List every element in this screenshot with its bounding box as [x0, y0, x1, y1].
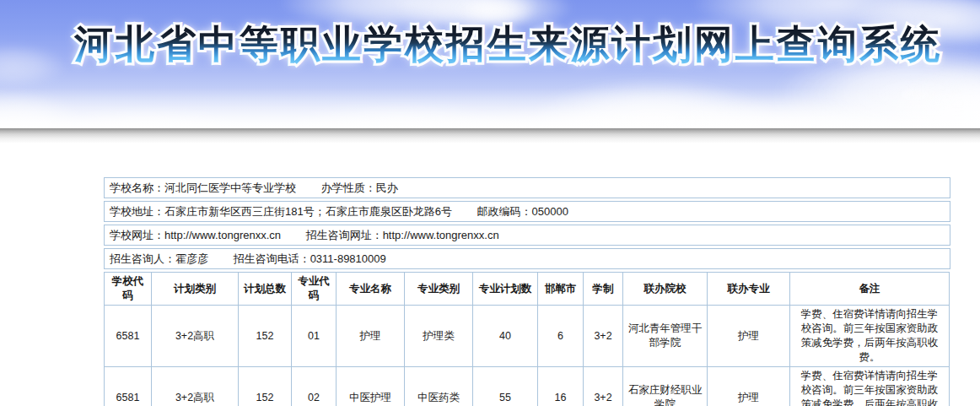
consult-website-label: 招生咨询网址：	[306, 229, 383, 241]
cell-major-category: 护理类	[405, 306, 473, 367]
cloud	[0, 44, 67, 88]
cell-partner-major: 护理	[708, 306, 790, 367]
school-nature-label: 办学性质：	[321, 181, 376, 194]
column-header-major-plan-count: 专业计划数	[473, 273, 538, 306]
cell-plan-total: 152	[239, 306, 292, 367]
school-address-pair: 学校地址：石家庄市新华区西三庄街181号；石家庄市鹿泉区卧龙路6号	[110, 205, 452, 218]
cell-partner-college: 石家庄财经职业学院	[623, 367, 708, 406]
school-address-row: 学校地址：石家庄市新华区西三庄街181号；石家庄市鹿泉区卧龙路6号 邮政编码：0…	[104, 201, 950, 222]
school-address-label: 学校地址：	[110, 205, 164, 218]
cell-remarks: 学费、住宿费详情请向招生学校咨询。前三年按国家资助政策减免学费，后两年按高职收费…	[790, 306, 950, 367]
school-name-value: 河北同仁医学中等专业学校	[164, 181, 296, 194]
postal-code-value: 050000	[532, 205, 568, 218]
postal-code-label: 邮政编码：	[477, 205, 532, 218]
cell-major-code: 02	[292, 367, 337, 406]
cell-plan-type: 3+2高职	[152, 367, 239, 406]
cell-major-category: 中医药类	[405, 367, 473, 406]
school-nature-pair: 办学性质：民办	[321, 181, 398, 194]
postal-code-pair: 邮政编码：050000	[477, 205, 568, 218]
cell-school-code: 6581	[105, 306, 152, 367]
consult-website-url: http://www.tongrenxx.cn	[383, 229, 499, 241]
page-title-text: 河北省中等职业学校招生来源计划网上查询系统	[74, 22, 942, 66]
column-header-partner-college: 联办院校	[623, 273, 708, 306]
school-website-pair: 学校网址：http://www.tongrenxx.cn	[110, 229, 281, 241]
column-header-handan-city: 邯郸市	[538, 273, 584, 306]
cell-handan-city: 16	[538, 367, 584, 406]
table-row: 6581 3+2高职 152 01 护理 护理类 40 6 3+2 河北青年管理…	[105, 306, 950, 367]
school-name-row: 学校名称：河北同仁医学中等专业学校 办学性质：民办	[104, 177, 950, 198]
cell-major-plan-count: 40	[473, 306, 538, 367]
content-area: 学校名称：河北同仁医学中等专业学校 办学性质：民办 学校地址：石家庄市新华区西三…	[104, 177, 952, 406]
cell-schooling-length: 3+2	[584, 367, 623, 406]
consult-phone-value: 0311-89810009	[310, 252, 386, 265]
school-website-row: 学校网址：http://www.tongrenxx.cn 招生咨询网址：http…	[104, 225, 950, 246]
consult-phone-label: 招生咨询电话：	[234, 252, 310, 265]
table-row: 6581 3+2高职 152 02 中医护理 中医药类 55 16 3+2 石家…	[105, 367, 950, 406]
cell-major-code: 01	[292, 306, 337, 367]
column-header-plan-total: 计划总数	[239, 273, 292, 306]
school-name-pair: 学校名称：河北同仁医学中等专业学校	[110, 181, 296, 194]
consultant-row: 招生咨询人：霍彦彦 招生咨询电话：0311-89810009	[104, 248, 950, 269]
column-header-major-category: 专业类别	[405, 273, 473, 306]
school-nature-value: 民办	[376, 181, 398, 194]
column-header-major-code: 专业代码	[292, 273, 337, 306]
column-header-schooling-length: 学制	[584, 273, 623, 306]
enrollment-plan-table: 学校代码 计划类别 计划总数 专业代码 专业名称 专业类别 专业计划数 邯郸市 …	[104, 272, 950, 406]
cell-partner-major: 护理	[708, 367, 790, 406]
page-header-banner: 河北省中等职业学校招生来源计划网上查询系统 河北省中等职业学校招生来源计划网上查…	[0, 0, 980, 128]
column-header-major-name: 专业名称	[337, 273, 405, 306]
consultant-label: 招生咨询人：	[110, 252, 175, 265]
cell-schooling-length: 3+2	[584, 306, 623, 367]
cell-major-name: 中医护理	[337, 367, 405, 406]
consult-website-pair: 招生咨询网址：http://www.tongrenxx.cn	[306, 229, 499, 241]
page: 河北省中等职业学校招生来源计划网上查询系统 河北省中等职业学校招生来源计划网上查…	[0, 0, 980, 406]
school-address-value: 石家庄市新华区西三庄街181号；石家庄市鹿泉区卧龙路6号	[164, 205, 452, 218]
school-name-label: 学校名称：	[110, 181, 164, 194]
school-website-label: 学校网址：	[110, 229, 164, 241]
cell-partner-college: 河北青年管理干部学院	[623, 306, 708, 367]
banner-bottom-haze	[0, 88, 980, 128]
cell-major-name: 护理	[337, 306, 405, 367]
cell-major-plan-count: 55	[473, 367, 538, 406]
column-header-partner-major: 联办专业	[708, 273, 790, 306]
column-header-school-code: 学校代码	[105, 273, 152, 306]
table-header-row: 学校代码 计划类别 计划总数 专业代码 专业名称 专业类别 专业计划数 邯郸市 …	[105, 273, 950, 306]
cell-plan-type: 3+2高职	[152, 306, 239, 367]
consult-phone-pair: 招生咨询电话：0311-89810009	[234, 252, 386, 265]
consultant-pair: 招生咨询人：霍彦彦	[110, 252, 208, 265]
cell-remarks: 学费、住宿费详情请向招生学校咨询。前三年按国家资助政策减免学费，后两年按高职收费…	[790, 367, 950, 406]
column-header-remarks: 备注	[790, 273, 950, 306]
school-website-url: http://www.tongrenxx.cn	[164, 229, 281, 241]
page-title: 河北省中等职业学校招生来源计划网上查询系统 河北省中等职业学校招生来源计划网上查…	[74, 19, 942, 69]
cell-plan-total: 152	[239, 367, 292, 406]
consultant-value: 霍彦彦	[175, 252, 208, 265]
header-divider	[0, 128, 980, 143]
cell-school-code: 6581	[105, 367, 152, 406]
column-header-plan-type: 计划类别	[152, 273, 239, 306]
cell-handan-city: 6	[538, 306, 584, 367]
